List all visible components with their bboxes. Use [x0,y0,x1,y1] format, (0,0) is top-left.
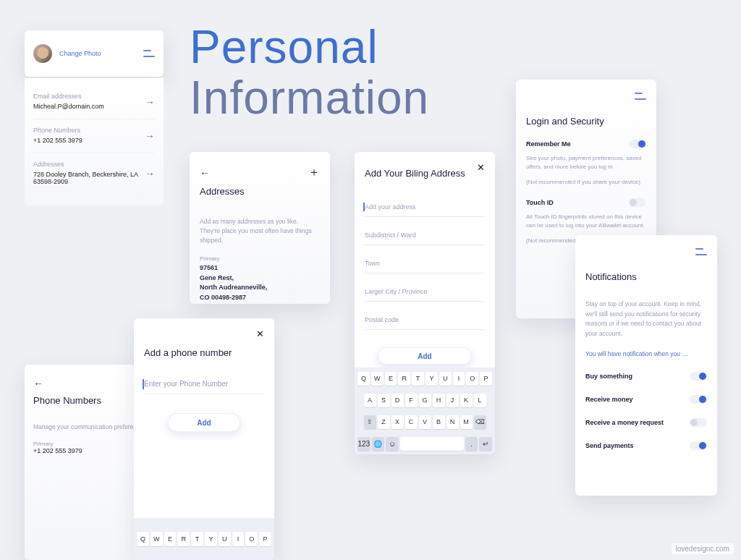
add-button[interactable]: Add [168,413,240,432]
remember-me-label: Remember Me [526,140,571,148]
keyboard-key[interactable]: H [433,394,445,407]
change-photo-link[interactable]: Change Photo [59,50,101,57]
title-line-1: Personal [190,22,429,72]
address-line-4: CO 00498-2987 [200,293,320,303]
menu-icon[interactable] [143,50,155,57]
addresses-screen: ← ＋ Addresses Add as many addresses as y… [190,152,330,304]
watermark: lovedesignc.com [672,543,734,554]
keyboard-key[interactable]: D [391,394,404,407]
notif-label: Receive a money request [585,419,664,426]
keyboard-key[interactable]: P [480,372,492,386]
keyboard-key[interactable]: U [439,372,452,386]
avatar[interactable] [33,44,52,63]
phone-row[interactable]: Phone Numbers +1 202 555 3979 → [33,119,155,153]
keyboard-key[interactable]: ⌫ [474,415,486,429]
keyboard[interactable]: QWERTYUIOP [134,518,274,560]
menu-icon[interactable] [635,93,646,100]
back-button[interactable]: ← [200,167,210,179]
keyboard-key[interactable]: R [398,372,410,386]
keyboard-key[interactable]: 123 [357,437,370,451]
keyboard-key[interactable]: G [419,394,431,407]
keyboard-row-3[interactable]: ⇧ZXCVBNM⌫ [355,411,495,433]
touchid-toggle[interactable] [629,198,646,207]
keyboard-key[interactable]: U [219,532,231,546]
subdistrict-input[interactable]: Subdistrict / Ward [365,232,485,245]
remember-me-section: Remember Me See your photo, payment pref… [526,140,646,185]
keyboard-row-1[interactable]: QWERTYUIOP [355,368,495,389]
keyboard-key[interactable]: Q [137,532,149,546]
email-value: Micheal.P@domain.com [33,103,155,110]
notif-label: Send payments [585,442,634,449]
keyboard-key[interactable]: Q [357,372,370,386]
notif-row: Send payments [585,441,707,450]
keyboard-key[interactable]: 🌐 [372,437,385,451]
keyboard-key[interactable]: T [412,372,424,386]
screen-title: Addresses [200,186,320,197]
keyboard-key[interactable]: Z [378,415,390,429]
keyboard-key[interactable] [400,437,464,451]
keyboard-row-1[interactable]: QWERTYUIOP [134,518,274,560]
keyboard-key[interactable]: P [259,532,271,546]
town-input[interactable]: Town [365,260,485,273]
keyboard-key[interactable]: O [466,372,478,386]
keyboard-key[interactable]: S [378,394,390,407]
phone-input[interactable]: Enter your Phone Number [144,380,264,394]
info-link[interactable]: You will have notification when you … [585,350,707,357]
keyboard-key[interactable]: R [177,532,190,546]
menu-icon[interactable] [695,248,707,255]
keyboard-key[interactable]: W [371,372,384,386]
keyboard-key[interactable]: ☺ [386,437,399,451]
keyboard-key[interactable]: A [364,394,376,407]
address-row[interactable]: Addresses 728 Dooley Branch, Beckershire… [33,153,155,194]
title-line-2: Information [190,72,429,123]
keyboard-key[interactable]: I [232,532,245,546]
close-icon[interactable]: ✕ [477,162,485,173]
close-icon[interactable]: ✕ [256,328,264,339]
chevron-right-icon: → [145,130,155,142]
keyboard-key[interactable]: Y [425,372,438,386]
keyboard-key[interactable]: ↵ [479,437,492,451]
notif-row: Receive a money request [585,418,707,427]
add-icon[interactable]: ＋ [308,165,320,180]
city-input[interactable]: Larger City / Province [365,288,485,302]
keyboard-key[interactable]: K [460,394,473,407]
keyboard-key[interactable]: J [446,394,459,407]
buy-toggle[interactable] [690,372,707,381]
keyboard-row-4[interactable]: 123🌐☺ .↵ [355,433,495,454]
keyboard-key[interactable]: N [446,415,459,429]
keyboard[interactable]: QWERTYUIOP ASDFGHJKL ⇧ZXCVBNM⌫ 123🌐☺ .↵ [355,368,495,454]
keyboard-key[interactable]: Y [205,532,217,546]
receive-money-toggle[interactable] [690,395,707,404]
keyboard-key[interactable]: E [385,372,397,386]
address-input[interactable]: Add your address [365,203,485,217]
keyboard-key[interactable]: O [245,532,258,546]
email-row[interactable]: Email addresses Micheal.P@domain.com → [33,85,155,119]
postal-code-input[interactable]: Postal code [365,316,485,330]
send-payments-toggle[interactable] [690,441,707,450]
hint-text: Stay on top of your account. Keep in min… [585,300,707,339]
keyboard-key[interactable]: M [460,415,473,429]
keyboard-key[interactable]: L [474,394,486,407]
chevron-right-icon: → [145,96,155,108]
keyboard-key[interactable]: F [405,394,418,407]
keyboard-key[interactable]: T [191,532,203,546]
keyboard-key[interactable]: V [419,415,431,429]
touchid-desc: All Touch ID fingerprints stored on this… [526,213,646,230]
phone-label: Phone Numbers [33,127,155,134]
add-button[interactable]: Add [378,347,472,365]
keyboard-key[interactable]: I [453,372,465,386]
keyboard-key[interactable]: C [405,415,418,429]
keyboard-key[interactable]: ⇧ [364,415,376,429]
keyboard-row-2[interactable]: ASDFGHJKL [355,389,495,411]
money-request-toggle[interactable] [690,418,707,427]
keyboard-key[interactable]: E [164,532,177,546]
keyboard-key[interactable]: B [433,415,445,429]
profile-header-card: Change Photo [25,30,164,77]
keyboard-key[interactable]: X [391,415,404,429]
keyboard-key[interactable]: . [465,437,478,451]
remember-me-toggle[interactable] [629,140,646,148]
screen-title: Login and Security [526,116,646,127]
keyboard-key[interactable]: W [151,532,163,546]
billing-address-screen: ✕ Add Your Biling Address Add your addre… [355,152,495,454]
address-entry[interactable]: Primary 97561 Gene Rest, North Audreanne… [200,255,320,302]
